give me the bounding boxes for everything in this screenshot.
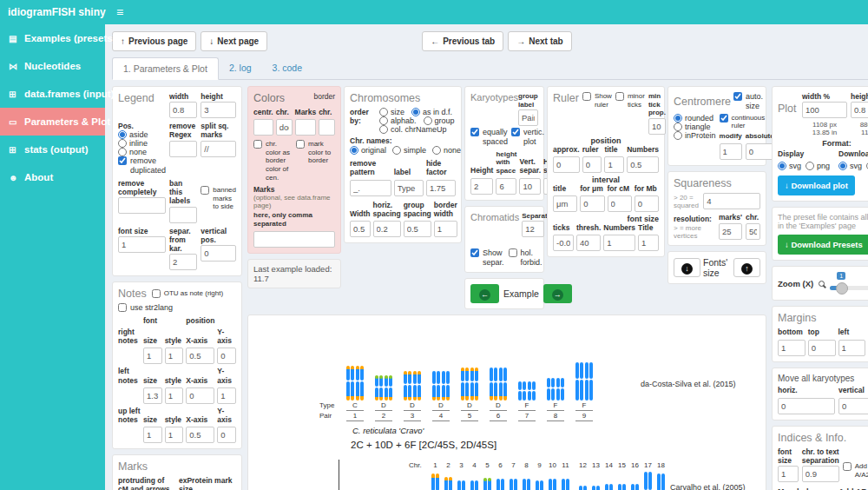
right-notes-x-input[interactable] bbox=[186, 348, 214, 364]
legend-ban-labels-input[interactable] bbox=[169, 207, 197, 223]
centromere-triangle-radio[interactable] bbox=[674, 122, 682, 131]
sidebar-item-dataframes[interactable]: ⊞data.frames (input) bbox=[0, 80, 105, 108]
left-notes-x-input[interactable] bbox=[186, 387, 214, 404]
right-notes-y-input[interactable] bbox=[217, 348, 236, 364]
legend-width-input[interactable] bbox=[169, 102, 197, 118]
marks-colors-input[interactable] bbox=[253, 231, 335, 248]
tab-code[interactable]: 3. code bbox=[262, 57, 312, 79]
min-tick-prop-input[interactable] bbox=[648, 118, 666, 135]
chr-text-separation-input[interactable] bbox=[802, 466, 839, 482]
hol-forbid-checkbox[interactable] bbox=[509, 248, 517, 257]
left-notes-style-input[interactable] bbox=[165, 387, 184, 404]
interval-um-input[interactable] bbox=[580, 195, 604, 212]
sidebar-item-nucleotides[interactable]: ⋈Nucleotides bbox=[0, 52, 105, 80]
display-svg-radio[interactable] bbox=[778, 162, 786, 170]
vert-separ-input[interactable] bbox=[519, 178, 541, 195]
legend-pos-inline-radio[interactable] bbox=[118, 139, 127, 148]
use-str2lang-checkbox[interactable] bbox=[118, 303, 127, 312]
centromere-modify-input[interactable] bbox=[720, 143, 742, 160]
show-ruler-checkbox[interactable] bbox=[582, 92, 591, 101]
sidebar-item-about[interactable]: ☻About bbox=[0, 163, 105, 191]
legend-pos-none-radio[interactable] bbox=[118, 148, 127, 156]
group-label-input[interactable] bbox=[518, 109, 538, 126]
interval-mb-input[interactable] bbox=[635, 195, 659, 212]
left-notes-y-input[interactable] bbox=[217, 387, 236, 404]
ruler-title-fs-input[interactable] bbox=[638, 235, 659, 251]
group-spacing-input[interactable] bbox=[404, 221, 431, 237]
right-notes-style-input[interactable] bbox=[165, 348, 184, 364]
interval-cm-input[interactable] bbox=[608, 195, 632, 212]
add-kar-index-checkbox[interactable] bbox=[843, 462, 852, 471]
ruler-title-pos-input[interactable] bbox=[604, 156, 624, 173]
margin-top-input[interactable] bbox=[808, 340, 836, 356]
sidebar-item-parameters-plot[interactable]: ▭Parameters & Plot bbox=[0, 108, 105, 136]
upleft-notes-style-input[interactable] bbox=[165, 427, 184, 443]
equally-spaced-checkbox[interactable] bbox=[470, 128, 479, 136]
ruler-numbers-pos-input[interactable] bbox=[627, 156, 659, 173]
chr-width-input[interactable] bbox=[350, 221, 371, 237]
next-tab-button[interactable]: →Next tab bbox=[508, 31, 571, 51]
chr-color-as-border-checkbox[interactable] bbox=[253, 140, 262, 149]
upleft-notes-y-input[interactable] bbox=[217, 427, 236, 443]
names-original-radio[interactable] bbox=[350, 146, 358, 155]
centromere-inprotein-radio[interactable] bbox=[674, 131, 682, 140]
centromere-color-input[interactable] bbox=[253, 119, 273, 136]
previous-example-button[interactable]: ← bbox=[470, 284, 499, 303]
tab-parameters-plot[interactable]: 1. Parameters & Plot bbox=[112, 57, 219, 80]
order-size-radio[interactable] bbox=[379, 108, 388, 116]
download-svg-radio[interactable] bbox=[838, 162, 847, 170]
order-group-radio[interactable] bbox=[424, 116, 432, 125]
thresh-input[interactable] bbox=[576, 235, 601, 251]
plot-width-pct-input[interactable] bbox=[802, 102, 847, 118]
ticks-size-input[interactable] bbox=[553, 235, 574, 251]
move-vertical-input[interactable] bbox=[838, 398, 868, 414]
hamburger-menu-icon[interactable]: ≡ bbox=[105, 0, 135, 24]
ruler-position-input[interactable] bbox=[582, 156, 602, 173]
slider-handle[interactable] bbox=[836, 282, 848, 295]
legend-remove-regex-input[interactable] bbox=[169, 141, 197, 157]
height-with-space-input[interactable] bbox=[496, 178, 516, 195]
horiz-spacing-input[interactable] bbox=[373, 221, 401, 237]
otu-as-note-checkbox[interactable] bbox=[152, 289, 161, 298]
legend-height-input[interactable] bbox=[201, 102, 236, 118]
next-page-button[interactable]: ↓Next page bbox=[201, 31, 267, 51]
continuous-ruler-checkbox[interactable] bbox=[720, 114, 728, 122]
legend-banned-marks-checkbox[interactable] bbox=[201, 186, 209, 195]
resolution-marks-input[interactable] bbox=[719, 223, 742, 240]
upleft-notes-x-input[interactable] bbox=[186, 427, 214, 443]
fonts-size-decrease-button[interactable]: ↓ bbox=[674, 258, 700, 277]
centromere-rounded-radio[interactable] bbox=[674, 114, 682, 122]
height-ratio-input[interactable] bbox=[851, 102, 868, 118]
next-example-button[interactable]: → bbox=[543, 284, 572, 303]
upleft-notes-size-input[interactable] bbox=[143, 427, 162, 443]
remove-pattern-input[interactable] bbox=[350, 180, 391, 196]
legend-remove-completely-input[interactable] bbox=[118, 197, 166, 214]
download-presets-button[interactable]: ↓ Download Presets bbox=[778, 235, 868, 255]
resolution-chr-input[interactable] bbox=[746, 223, 760, 240]
ruler-title-unit-input[interactable] bbox=[553, 195, 577, 212]
legend-pos-aside-radio[interactable] bbox=[118, 130, 127, 139]
margin-left-input[interactable] bbox=[838, 340, 866, 356]
indices-font-size-input[interactable] bbox=[778, 466, 799, 482]
ruler-approx-input[interactable] bbox=[553, 156, 580, 173]
legend-vertical-pos-input[interactable] bbox=[201, 245, 236, 262]
chr-label-input[interactable] bbox=[394, 180, 424, 196]
auto-size-checkbox[interactable] bbox=[733, 92, 742, 101]
move-horiz-input[interactable] bbox=[778, 398, 835, 414]
names-none-radio[interactable] bbox=[432, 146, 441, 155]
right-notes-size-input[interactable] bbox=[143, 348, 162, 364]
sidebar-item-stats[interactable]: ⊞stats (output) bbox=[0, 136, 105, 163]
centromere-absolute-input[interactable] bbox=[746, 143, 774, 160]
margin-bottom-input[interactable] bbox=[778, 340, 806, 356]
download-plot-button[interactable]: ↓ Download plot bbox=[778, 175, 855, 195]
chr-color-input[interactable] bbox=[276, 119, 293, 136]
vertical-plot-checkbox[interactable] bbox=[511, 128, 520, 136]
kar-height-input[interactable] bbox=[470, 178, 493, 195]
names-simple-radio[interactable] bbox=[392, 146, 401, 155]
zoom-slider[interactable]: 1 10 bbox=[830, 272, 868, 295]
squareness-input[interactable] bbox=[703, 193, 760, 209]
previous-page-button[interactable]: ↑Previous page bbox=[112, 31, 196, 51]
chromatid-separation-input[interactable] bbox=[522, 221, 544, 237]
order-alphab-radio[interactable] bbox=[379, 116, 388, 125]
order-chrnameup-radio[interactable] bbox=[379, 125, 388, 134]
